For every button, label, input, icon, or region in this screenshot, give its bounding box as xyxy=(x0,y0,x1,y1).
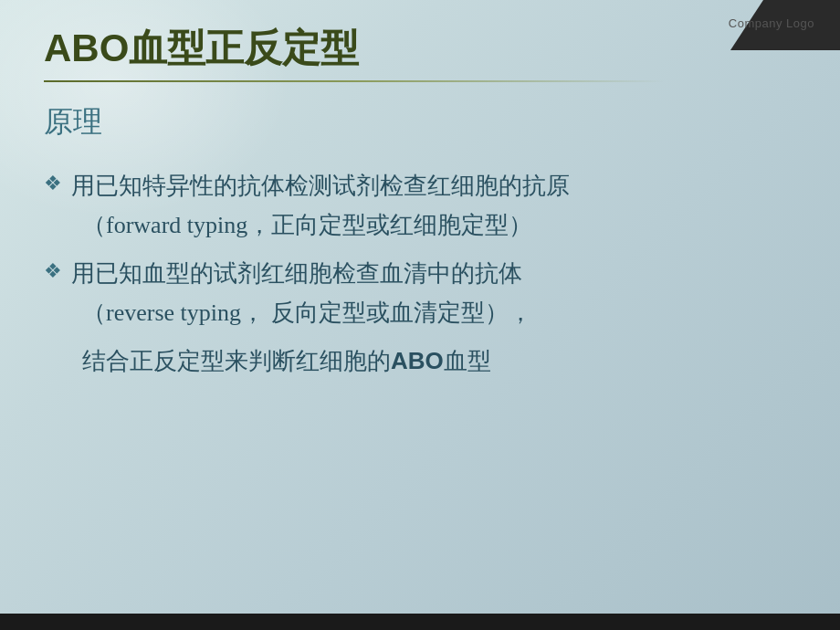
bullet-indent-1: （forward typing，正向定型或红细胞定型） xyxy=(44,207,796,243)
bullet-text-2: 用已知血型的试剂红细胞检查血清中的抗体 xyxy=(71,256,522,291)
bullet-indent-2: （reverse typing， 反向定型或血清定型）， 结合正反定型来判断红细… xyxy=(44,295,796,379)
abo-bold-inline: ABO xyxy=(391,347,444,374)
slide: Company Logo ABO血型正反定型 原理 ❖ 用已知特异性的抗体检测试… xyxy=(0,0,840,630)
bullet-indent-text-2: （reverse typing， 反向定型或血清定型）， xyxy=(44,295,796,331)
title-section: ABO血型正反定型 xyxy=(44,26,796,82)
title-abo-bold: ABO xyxy=(44,26,129,69)
bottom-bar xyxy=(0,614,840,630)
bullet-item-1: ❖ 用已知特异性的抗体检测试剂检查红细胞的抗原 xyxy=(44,168,796,204)
bullet-item-2: ❖ 用已知血型的试剂红细胞检查血清中的抗体 xyxy=(44,256,796,291)
main-content: ABO血型正反定型 原理 ❖ 用已知特异性的抗体检测试剂检查红细胞的抗原 （fo… xyxy=(0,0,840,614)
company-logo: Company Logo xyxy=(729,16,814,30)
bullet-diamond-1: ❖ xyxy=(44,172,62,195)
slide-title: ABO血型正反定型 xyxy=(44,26,796,71)
section-heading: 原理 xyxy=(44,102,796,142)
bullet-text-1: 用已知特异性的抗体检测试剂检查红细胞的抗原 xyxy=(71,168,570,204)
forward-typing-term: forward typing xyxy=(106,212,247,238)
bullet-indent-text-3: 结合正反定型来判断红细胞的ABO血型 xyxy=(44,343,796,379)
bullet-indent-text-1: （forward typing，正向定型或红细胞定型） xyxy=(44,207,796,243)
title-underline xyxy=(44,80,665,82)
bullet-list: ❖ 用已知特异性的抗体检测试剂检查红细胞的抗原 （forward typing，… xyxy=(44,168,796,379)
bullet-diamond-2: ❖ xyxy=(44,259,62,283)
reverse-typing-term: reverse typing xyxy=(106,299,241,326)
title-chinese: 血型正反定型 xyxy=(129,26,359,69)
